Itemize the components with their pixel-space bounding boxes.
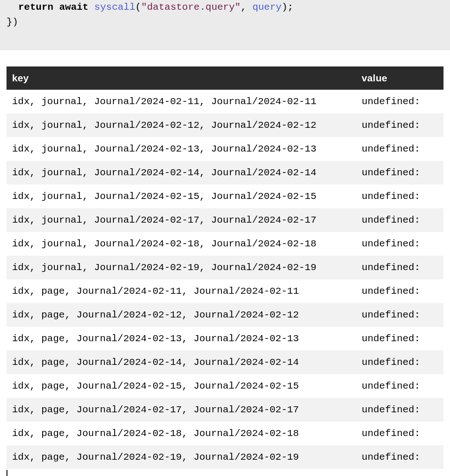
table-row: idx, journal, Journal/2024-02-12, Journa… bbox=[7, 113, 443, 137]
table-cell-key: idx, journal, Journal/2024-02-19, Journa… bbox=[7, 256, 356, 279]
code-block[interactable]: return await syscall("datastore.query", … bbox=[0, 0, 450, 50]
table-cell-value: undefined: bbox=[356, 374, 443, 398]
table-cell-value: undefined: bbox=[356, 350, 443, 374]
table-row: idx, journal, Journal/2024-02-19, Journa… bbox=[7, 256, 443, 279]
keyword-await: await bbox=[59, 2, 88, 13]
editor-cursor-line[interactable] bbox=[7, 470, 443, 476]
table-row: idx, page, Journal/2024-02-15, Journal/2… bbox=[7, 374, 443, 398]
result-table-wrap: key value idx, journal, Journal/2024-02-… bbox=[7, 66, 443, 469]
table-cell-key: idx, page, Journal/2024-02-15, Journal/2… bbox=[7, 374, 356, 398]
table-row: idx, journal, Journal/2024-02-18, Journa… bbox=[7, 232, 443, 256]
argument: query bbox=[252, 2, 281, 13]
table-cell-value: undefined: bbox=[356, 137, 443, 161]
table-cell-key: idx, page, Journal/2024-02-19, Journal/2… bbox=[7, 445, 356, 469]
table-cell-key: idx, page, Journal/2024-02-13, Journal/2… bbox=[7, 327, 356, 350]
table-header-row: key value bbox=[7, 66, 443, 90]
table-row: idx, page, Journal/2024-02-13, Journal/2… bbox=[7, 327, 443, 350]
table-cell-value: undefined: bbox=[356, 232, 443, 256]
table-row: idx, page, Journal/2024-02-11, Journal/2… bbox=[7, 279, 443, 303]
result-table: key value idx, journal, Journal/2024-02-… bbox=[7, 66, 443, 469]
code-indent bbox=[7, 2, 18, 13]
table-row: idx, page, Journal/2024-02-14, Journal/2… bbox=[7, 350, 443, 374]
table-row: idx, journal, Journal/2024-02-15, Journa… bbox=[7, 185, 443, 208]
table-cell-value: undefined: bbox=[356, 185, 443, 208]
table-cell-key: idx, journal, Journal/2024-02-12, Journa… bbox=[7, 113, 356, 137]
comma: , bbox=[241, 2, 252, 13]
table-cell-value: undefined: bbox=[356, 398, 443, 422]
table-cell-key: idx, page, Journal/2024-02-12, Journal/2… bbox=[7, 303, 356, 327]
paren-close: ); bbox=[281, 2, 293, 13]
function-name: syscall bbox=[94, 2, 135, 13]
table-header-value: value bbox=[356, 66, 443, 90]
table-row: idx, page, Journal/2024-02-17, Journal/2… bbox=[7, 398, 443, 422]
code-line-end: }) bbox=[7, 17, 18, 27]
table-row: idx, journal, Journal/2024-02-13, Journa… bbox=[7, 137, 443, 161]
table-cell-value: undefined: bbox=[356, 279, 443, 303]
table-header-key: key bbox=[7, 66, 356, 90]
table-cell-key: idx, journal, Journal/2024-02-15, Journa… bbox=[7, 185, 356, 208]
table-cell-value: undefined: bbox=[356, 303, 443, 327]
table-cell-key: idx, journal, Journal/2024-02-18, Journa… bbox=[7, 232, 356, 256]
table-cell-value: undefined: bbox=[356, 113, 443, 137]
table-cell-key: idx, journal, Journal/2024-02-14, Journa… bbox=[7, 161, 356, 185]
table-row: idx, page, Journal/2024-02-18, Journal/2… bbox=[7, 422, 443, 445]
table-cell-key: idx, page, Journal/2024-02-14, Journal/2… bbox=[7, 350, 356, 374]
table-cell-value: undefined: bbox=[356, 327, 443, 350]
paren-open: ( bbox=[135, 2, 141, 13]
table-cell-value: undefined: bbox=[356, 90, 443, 113]
table-cell-key: idx, journal, Journal/2024-02-11, Journa… bbox=[7, 90, 356, 113]
table-cell-value: undefined: bbox=[356, 445, 443, 469]
table-cell-key: idx, journal, Journal/2024-02-13, Journa… bbox=[7, 137, 356, 161]
table-row: idx, journal, Journal/2024-02-11, Journa… bbox=[7, 90, 443, 113]
table-cell-value: undefined: bbox=[356, 422, 443, 445]
table-cell-key: idx, page, Journal/2024-02-11, Journal/2… bbox=[7, 279, 356, 303]
table-cell-value: undefined: bbox=[356, 161, 443, 185]
table-row: idx, page, Journal/2024-02-19, Journal/2… bbox=[7, 445, 443, 469]
table-cell-key: idx, page, Journal/2024-02-18, Journal/2… bbox=[7, 422, 356, 445]
table-cell-value: undefined: bbox=[356, 256, 443, 279]
text-cursor-icon bbox=[7, 470, 7, 476]
string-literal: "datastore.query" bbox=[141, 2, 241, 13]
table-row: idx, journal, Journal/2024-02-14, Journa… bbox=[7, 161, 443, 185]
table-cell-key: idx, journal, Journal/2024-02-17, Journa… bbox=[7, 208, 356, 232]
table-cell-key: idx, page, Journal/2024-02-17, Journal/2… bbox=[7, 398, 356, 422]
table-cell-value: undefined: bbox=[356, 208, 443, 232]
table-row: idx, page, Journal/2024-02-12, Journal/2… bbox=[7, 303, 443, 327]
table-row: idx, journal, Journal/2024-02-17, Journa… bbox=[7, 208, 443, 232]
keyword-return: return bbox=[18, 2, 53, 13]
